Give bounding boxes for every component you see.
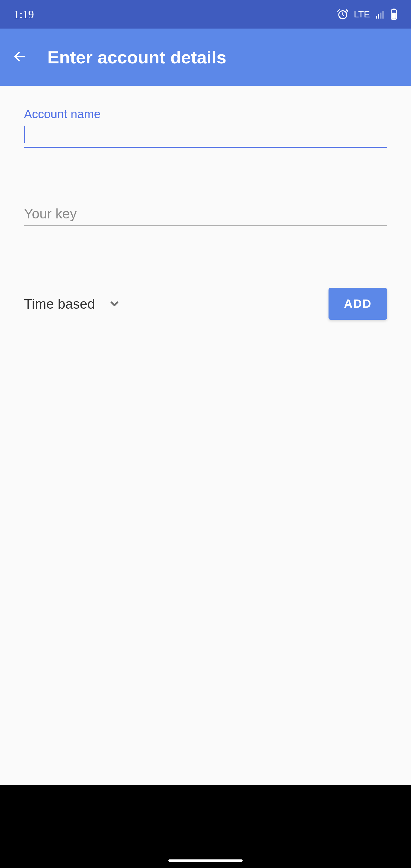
type-dropdown[interactable]: Time based [24,296,121,312]
svg-rect-1 [376,16,377,19]
status-time: 1:19 [14,8,34,21]
alarm-icon [337,8,349,20]
svg-rect-7 [392,13,396,19]
action-row: Time based ADD [24,288,387,320]
back-icon[interactable] [12,50,27,65]
system-nav-bar [0,785,411,868]
status-time-text: 1:19 [14,8,34,21]
signal-icon [375,9,385,20]
content-area: Account name Time based ADD [0,86,411,785]
type-dropdown-label: Time based [24,296,95,312]
svg-rect-3 [380,12,382,19]
key-field [24,202,387,226]
account-name-label: Account name [24,107,387,121]
key-input[interactable] [24,202,387,226]
battery-icon [390,8,397,20]
page-title: Enter account details [48,47,226,67]
status-right-cluster: LTE [34,8,397,20]
svg-rect-6 [393,8,395,10]
svg-rect-2 [378,14,380,19]
account-name-field: Account name [24,107,387,148]
home-indicator[interactable] [168,860,243,862]
add-button[interactable]: ADD [328,288,387,320]
account-name-input[interactable] [24,123,387,148]
svg-rect-4 [382,11,384,19]
status-bar: 1:19 LTE [0,0,411,29]
chevron-down-icon [108,298,121,310]
app-bar: Enter account details [0,29,411,86]
network-type-text: LTE [354,9,370,20]
